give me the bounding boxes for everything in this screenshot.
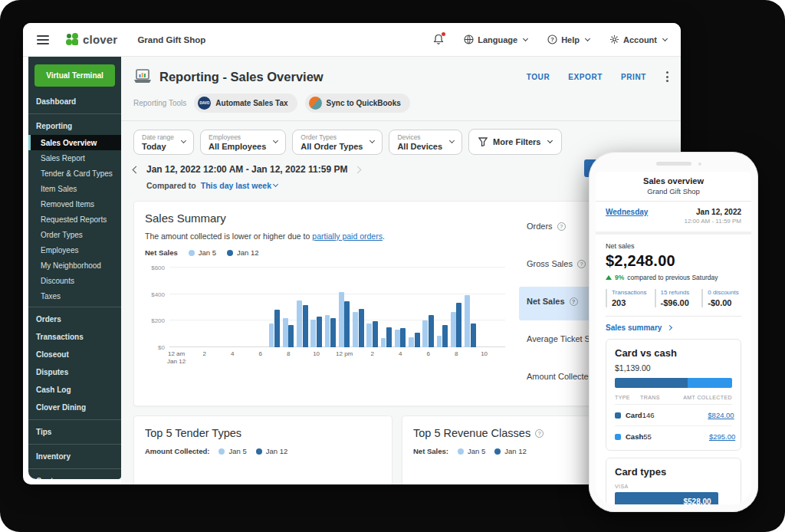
filters-row: Date rangeTodayEmployeesAll EmployeesOrd… bbox=[133, 129, 670, 155]
x-axis-label: 10 bbox=[313, 350, 320, 358]
sidebar-item-my-neighborhood[interactable]: My Neighborhood bbox=[28, 258, 121, 273]
print-button[interactable]: PRINT bbox=[621, 73, 646, 81]
info-icon: ? bbox=[535, 429, 544, 438]
top-navigation-bar: clover Grand Gift Shop Language ? Help bbox=[23, 23, 681, 57]
account-label: Account bbox=[623, 35, 657, 44]
store-name: Grand Gift Shop bbox=[137, 35, 205, 44]
sidebar-item-clover-dining[interactable]: Clover Dining bbox=[28, 399, 121, 416]
card-top-5-tender-types: Top 5 Tender TypesAmount Collected:Jan 5… bbox=[133, 415, 392, 484]
sidebar-item-taxes[interactable]: Taxes bbox=[28, 288, 121, 304]
clover-leaf-icon bbox=[66, 33, 79, 46]
sidebar-item-tips[interactable]: Tips bbox=[28, 423, 121, 441]
amount-link[interactable]: $824.00 bbox=[676, 411, 734, 419]
card-title: Top 5 Revenue Classes bbox=[413, 427, 530, 439]
sidebar-item-disputes[interactable]: Disputes bbox=[28, 363, 121, 381]
help-menu[interactable]: ? Help bbox=[547, 34, 590, 44]
sidebar-item-reporting[interactable]: Reporting bbox=[28, 117, 121, 135]
x-axis-label: 4 bbox=[231, 350, 234, 358]
phone-time-range: 12:00 AM - 11:59 PM bbox=[684, 218, 741, 225]
net-sales-bar-chart: $0$200$400$60012 amJan 1224681012 pm2468… bbox=[145, 264, 508, 366]
sidebar-item-order-types[interactable]: Order Types bbox=[28, 227, 121, 242]
sidebar-item-dashboard[interactable]: Dashboard bbox=[28, 93, 121, 110]
filter-devices[interactable]: DevicesAll Devices bbox=[389, 130, 462, 155]
chevron-down-icon bbox=[181, 138, 186, 143]
clover-logo[interactable]: clover bbox=[66, 33, 117, 46]
phone-sales-summary-link[interactable]: Sales summary bbox=[606, 317, 741, 339]
chart-bar bbox=[373, 321, 378, 347]
language-menu[interactable]: Language bbox=[464, 34, 527, 44]
more-filters-label: More Filters bbox=[493, 137, 540, 146]
automate-sales-tax-label: Automate Sales Tax bbox=[215, 99, 287, 107]
x-axis-label: 2 bbox=[370, 350, 373, 358]
sidebar-item-customers[interactable]: Customers bbox=[28, 472, 121, 479]
table-row-card: Card146$824.00 bbox=[615, 405, 732, 426]
chart-bar bbox=[409, 337, 414, 347]
phone-stats-row: Transactions20315 refunds-$96.000 discou… bbox=[606, 289, 741, 317]
sales-summary-title: Sales Summary bbox=[145, 212, 508, 225]
sidebar-item-transactions[interactable]: Transactions bbox=[28, 328, 121, 346]
phone-speaker bbox=[656, 162, 691, 166]
automate-sales-tax-pill[interactable]: DAVO Automate Sales Tax bbox=[194, 94, 297, 113]
comparison-selector[interactable]: This day last week bbox=[201, 181, 278, 190]
card-types-card: Card types VISA $528.00 bbox=[606, 458, 741, 504]
visa-label: VISA bbox=[615, 484, 732, 489]
filter-label: Employees bbox=[209, 133, 266, 141]
chart-bar bbox=[381, 338, 386, 347]
sidebar-item-tender-card-types[interactable]: Tender & Card Types bbox=[28, 166, 121, 181]
phone-date: Jan 12, 2022 bbox=[684, 208, 741, 216]
phone-stat-15-refunds: 15 refunds-$96.00 bbox=[655, 289, 695, 307]
phone-day-link[interactable]: Wednesday bbox=[606, 208, 648, 216]
quickbooks-icon bbox=[309, 97, 322, 110]
virtual-terminal-button[interactable]: Virtual Terminal bbox=[34, 64, 115, 87]
sidebar-item-discounts[interactable]: Discounts bbox=[28, 273, 121, 288]
previous-day-arrow-icon[interactable] bbox=[133, 166, 140, 173]
chart-bar bbox=[283, 318, 288, 347]
phone-stat-transactions: Transactions203 bbox=[606, 289, 647, 307]
sidebar-item-cash-log[interactable]: Cash Log bbox=[28, 381, 121, 399]
tour-button[interactable]: TOUR bbox=[527, 73, 550, 81]
sidebar-item-employees[interactable]: Employees bbox=[28, 242, 121, 258]
funnel-icon bbox=[478, 137, 488, 146]
sidebar-item-closeout[interactable]: Closeout bbox=[28, 346, 121, 363]
card-vs-cash-title: Card vs cash bbox=[615, 347, 732, 359]
sidebar-item-item-sales[interactable]: Item Sales bbox=[28, 181, 121, 196]
more-filters-button[interactable]: More Filters bbox=[468, 129, 562, 155]
chevron-down-icon bbox=[449, 138, 455, 143]
filter-date-range[interactable]: Date rangeToday bbox=[133, 130, 194, 155]
chart-bar bbox=[395, 330, 400, 347]
chart-bar bbox=[437, 336, 442, 347]
sidebar-item-orders[interactable]: Orders bbox=[28, 310, 121, 328]
chart-bar bbox=[456, 303, 461, 347]
language-label: Language bbox=[478, 35, 517, 44]
sidebar-item-sales-overview[interactable]: Sales Overview bbox=[28, 135, 121, 150]
more-options-kebab-icon[interactable] bbox=[665, 70, 670, 84]
partially-paid-orders-link[interactable]: partially paid orders bbox=[312, 232, 383, 241]
svg-text:?: ? bbox=[550, 36, 554, 43]
metric-label: Orders bbox=[527, 222, 553, 231]
notification-bell-icon[interactable] bbox=[433, 34, 444, 45]
sidebar-item-removed-items[interactable]: Removed Items bbox=[28, 196, 121, 212]
phone-day-row: Wednesday Jan 12, 2022 12:00 AM - 11:59 … bbox=[596, 202, 751, 235]
brand-wordmark: clover bbox=[83, 33, 117, 46]
sidebar-item-requested-reports[interactable]: Requested Reports bbox=[28, 212, 121, 227]
amount-link[interactable]: $295.00 bbox=[677, 432, 735, 441]
filter-label: Order Types bbox=[301, 133, 363, 141]
x-axis-label: 8 bbox=[455, 350, 458, 358]
phone-net-sales-value: $2,248.00 bbox=[606, 252, 741, 270]
card-vs-cash-card: Card vs cash $1,139.00 TYPETRANSAMT COLL… bbox=[606, 339, 741, 451]
filter-order-types[interactable]: Order TypesAll Order Types bbox=[292, 130, 383, 155]
sidebar-divider bbox=[28, 468, 121, 469]
x-axis-label: 6 bbox=[426, 350, 429, 358]
export-button[interactable]: EXPORT bbox=[568, 73, 603, 81]
sidebar-divider bbox=[28, 444, 121, 445]
table-row-cash: Cash55$295.00 bbox=[615, 426, 732, 442]
sidebar-item-sales-report[interactable]: Sales Report bbox=[28, 150, 121, 166]
sync-quickbooks-pill[interactable]: Sync to QuickBooks bbox=[305, 94, 410, 113]
next-day-arrow-icon[interactable] bbox=[354, 166, 362, 173]
hamburger-menu-icon[interactable] bbox=[37, 35, 49, 44]
chart-bar bbox=[269, 323, 274, 347]
sidebar-item-inventory[interactable]: Inventory bbox=[28, 448, 121, 465]
filter-employees[interactable]: EmployeesAll Employees bbox=[200, 130, 286, 155]
x-axis-label: 2 bbox=[202, 350, 205, 358]
account-menu[interactable]: Account bbox=[609, 34, 667, 44]
